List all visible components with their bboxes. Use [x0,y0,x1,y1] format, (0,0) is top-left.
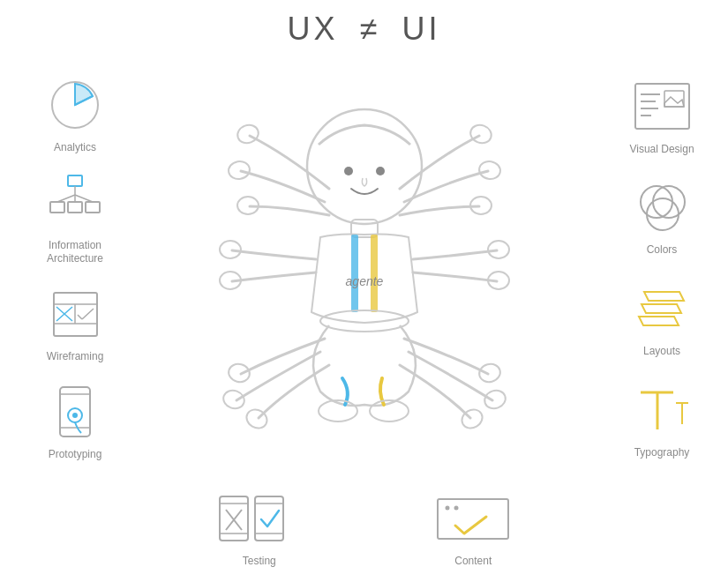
typography-icon [634,384,691,436]
svg-point-22 [227,160,251,181]
svg-marker-56 [644,292,684,301]
icon-card-prototyping: Prototyping [44,381,106,462]
testing-icon [215,495,304,543]
content-icon-box [433,488,513,549]
prototyping-icon-box [44,381,106,443]
svg-rect-52 [664,91,684,107]
svg-point-27 [220,241,241,258]
svg-point-29 [488,241,509,258]
svg-line-7 [75,195,93,202]
bottom-row: Testing Content [0,488,728,569]
svg-point-55 [647,198,679,230]
svg-line-14 [78,315,82,319]
layouts-label: Layouts [643,345,680,359]
right-column: Visual Design Colors [604,48,719,488]
svg-rect-42 [371,235,378,312]
visual-design-icon [634,82,691,131]
left-column: Analytics [18,48,132,488]
svg-point-73 [454,505,459,510]
svg-rect-4 [68,202,82,213]
icon-card-analytics: Analytics [44,74,106,155]
svg-marker-57 [642,304,681,313]
prototyping-label: Prototyping [49,448,102,462]
title-ux: UX [288,11,339,47]
icon-card-typography: Typography [631,379,693,460]
svg-point-25 [477,160,501,181]
analytics-icon-box [44,74,106,136]
typography-icon-box [631,379,693,441]
svg-point-34 [477,362,501,384]
typography-label: Typography [634,446,690,460]
colors-label: Colors [647,243,678,257]
center-figure: agente [214,56,514,480]
title-neq: ≠ [360,11,381,47]
svg-point-72 [446,505,450,510]
svg-point-20 [72,413,78,418]
svg-point-38 [344,167,353,175]
title-ui: UI [402,11,440,47]
icon-card-testing: Testing [215,488,304,569]
character-illustration: agente [214,65,514,471]
svg-point-39 [376,167,385,175]
colors-icon [634,181,691,234]
prototyping-icon [53,385,97,438]
svg-point-31 [226,362,251,384]
visual-design-label: Visual Design [629,143,694,157]
svg-point-32 [221,387,246,411]
analytics-icon [49,78,101,131]
content-icon [433,495,513,543]
wireframing-label: Wireframing [47,350,104,364]
main-area: Analytics [0,48,728,488]
svg-text:agente: agente [345,274,383,288]
testing-icon-box [215,488,304,549]
icon-card-visual-design: Visual Design [629,76,694,157]
svg-point-44 [320,310,409,332]
svg-rect-71 [438,499,508,539]
svg-line-6 [57,195,75,202]
content-label: Content [454,555,492,569]
svg-rect-3 [86,202,100,213]
svg-point-21 [235,122,260,146]
wireframing-icon [51,290,100,339]
svg-marker-58 [639,317,679,325]
icon-card-content: Content [433,488,513,569]
svg-rect-1 [68,175,82,186]
layouts-icon-box [631,278,693,340]
svg-point-24 [468,122,493,146]
icon-card-ia: InformationArchitecture [44,172,106,266]
icon-card-layouts: Layouts [631,278,693,359]
ia-icon-box [44,172,106,234]
page-title: UX ≠ UI [288,11,441,48]
svg-rect-2 [50,202,64,213]
analytics-label: Analytics [54,141,96,155]
layouts-icon [635,285,688,333]
svg-rect-41 [351,235,358,312]
ia-icon [49,174,101,231]
wireframing-icon-box [44,283,106,345]
ia-label: InformationArchitecture [47,239,103,266]
svg-line-15 [82,309,94,319]
visual-design-icon-box [631,76,693,138]
page-container: UX ≠ UI Analytics [0,0,728,582]
colors-icon-box [631,176,693,238]
icon-card-wireframing: Wireframing [44,283,106,364]
svg-point-35 [482,387,507,411]
testing-label: Testing [243,555,276,569]
icon-card-colors: Colors [631,176,693,257]
